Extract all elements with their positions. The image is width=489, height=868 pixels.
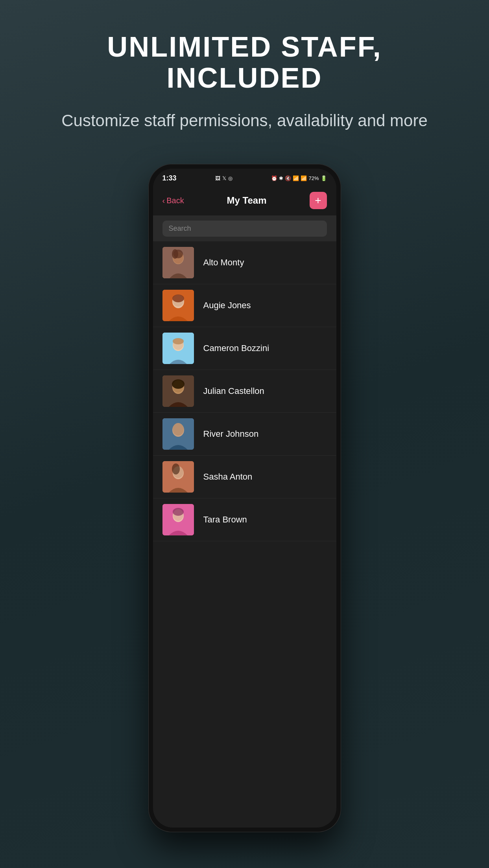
search-placeholder: Search [169,224,191,232]
list-item[interactable]: Alto Monty [153,241,336,284]
status-icons-left: 🖼 𝕏 ◎ [215,175,233,181]
list-item[interactable]: Augie Jones [153,284,336,327]
search-input[interactable]: Search [162,221,327,237]
list-item[interactable]: River Johnson [153,413,336,456]
member-name: Cameron Bozzini [203,343,269,353]
header-section: UNLIMITED STAFF, INCLUDED Customize staf… [0,0,489,148]
svg-point-28 [173,508,184,516]
back-chevron-icon: ‹ [162,196,165,205]
phone-inner: 1:33 🖼 𝕏 ◎ ⏰ ✱ 🔇 📶 📶 72% 🔋 [153,169,336,828]
status-bar: 1:33 🖼 𝕏 ◎ ⏰ ✱ 🔇 📶 📶 72% 🔋 [153,169,336,186]
member-name: River Johnson [203,429,259,439]
phone-outer: 1:33 🖼 𝕏 ◎ ⏰ ✱ 🔇 📶 📶 72% 🔋 [148,164,341,832]
avatar [162,504,194,535]
search-bar: Search [153,216,336,241]
avatar [162,375,194,407]
list-item[interactable]: Tara Brown [153,498,336,541]
status-right: ⏰ ✱ 🔇 📶 📶 72% 🔋 [271,175,327,181]
member-name: Alto Monty [203,257,244,268]
list-item[interactable]: Cameron Bozzini [153,327,336,370]
subtitle: Customize staff permissions, availabilit… [31,109,458,132]
back-label: Back [166,196,184,205]
svg-point-5 [173,250,183,258]
nav-title: My Team [227,195,267,206]
team-list: Alto Monty Augie Jones [153,241,336,828]
battery-text: 72% [308,175,319,181]
back-button[interactable]: ‹ Back [162,196,184,205]
avatar [162,247,194,278]
svg-point-24 [172,463,180,474]
list-item[interactable]: Sasha Anton [153,456,336,498]
member-name: Tara Brown [203,515,247,525]
wifi-icon: 📶 [293,175,299,181]
list-item[interactable]: Julian Castellon [153,370,336,413]
battery-icon: 🔋 [321,175,327,181]
phone-wrapper: 1:33 🖼 𝕏 ◎ ⏰ ✱ 🔇 📶 📶 72% 🔋 [148,164,341,832]
twitter-icon: 𝕏 [222,175,226,181]
mute-icon: 🔇 [285,175,291,181]
signal-icon: 📶 [301,175,307,181]
svg-point-9 [172,294,184,302]
nav-bar: ‹ Back My Team + [153,186,336,216]
svg-point-17 [172,379,185,389]
svg-point-13 [173,338,184,344]
svg-point-20 [173,423,184,436]
main-title: UNLIMITED STAFF, INCLUDED [31,31,458,94]
member-name: Augie Jones [203,300,251,311]
spotify-icon: ◎ [228,175,233,181]
avatar [162,418,194,450]
avatar [162,290,194,321]
photo-icon: 🖼 [215,175,220,181]
member-name: Julian Castellon [203,386,264,396]
avatar [162,461,194,493]
member-name: Sasha Anton [203,472,253,482]
alarm-icon: ⏰ [271,175,277,181]
add-icon: + [315,195,321,206]
bluetooth-icon: ✱ [279,175,283,181]
avatar [162,333,194,364]
add-button[interactable]: + [310,192,327,209]
status-time: 1:33 [162,174,177,182]
